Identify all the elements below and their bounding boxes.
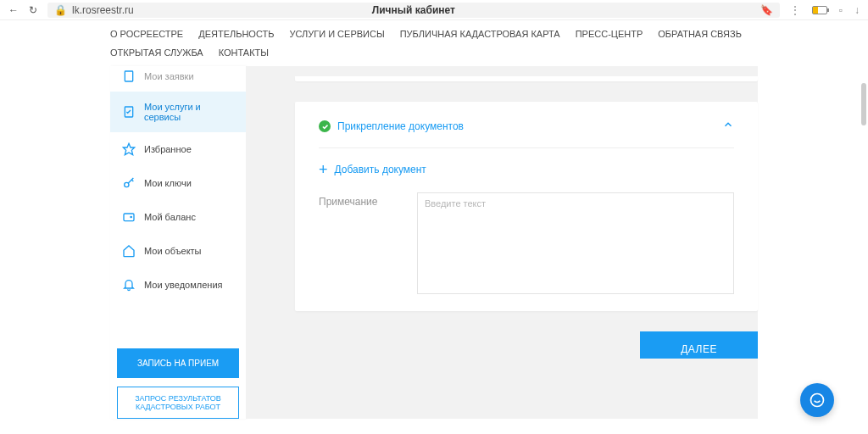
- note-label: Примечание: [319, 192, 403, 208]
- documents-panel: Прикрепление документов + Добавить докум…: [295, 102, 758, 311]
- nav-map[interactable]: ПУБЛИЧНАЯ КАДАСТРОВАЯ КАРТА: [400, 29, 560, 39]
- chat-button[interactable]: [800, 383, 834, 417]
- sidebar-item-label: Мои объекты: [144, 246, 202, 256]
- sidebar-item-keys[interactable]: Мои ключи: [110, 166, 246, 200]
- sidebar-item-requests[interactable]: Мои заявки: [110, 66, 246, 92]
- browser-toolbar: ← ↻ 🔒 lk.rosreestr.ru Личный кабинет 🔖 ⋮…: [0, 0, 868, 20]
- nav-feedback[interactable]: ОБРАТНАЯ СВЯЗЬ: [658, 29, 742, 39]
- scrollbar[interactable]: [861, 66, 866, 419]
- content-area: Прикрепление документов + Добавить докум…: [295, 66, 758, 419]
- add-document-label: Добавить документ: [335, 164, 426, 175]
- svg-point-3: [125, 182, 129, 186]
- svg-rect-4: [124, 214, 134, 221]
- services-icon: [122, 105, 136, 119]
- menu-dots-icon[interactable]: ⋮: [790, 4, 800, 16]
- nav-about[interactable]: О РОСРЕЕСТРЕ: [110, 29, 183, 39]
- panel-title-text: Прикрепление документов: [337, 120, 464, 132]
- back-icon[interactable]: ←: [8, 4, 19, 16]
- request-results-button[interactable]: ЗАПРОС РЕЗУЛЬТАТОВ КАДАСТРОВЫХ РАБОТ: [117, 387, 239, 419]
- sidebar-item-label: Мой баланс: [144, 212, 196, 222]
- lock-icon: 🔒: [54, 4, 67, 16]
- panel-header[interactable]: Прикрепление документов: [319, 119, 734, 148]
- plus-icon: +: [319, 162, 328, 177]
- sidebar-item-favorites[interactable]: Избранное: [110, 132, 246, 166]
- appointment-button[interactable]: ЗАПИСЬ НА ПРИЕМ: [117, 348, 239, 378]
- battery-icon: [812, 6, 827, 14]
- nav-contacts[interactable]: КОНТАКТЫ: [219, 47, 269, 58]
- sidebar-item-label: Мои ключи: [144, 178, 192, 188]
- sidebar-item-label: Избранное: [144, 144, 192, 154]
- sidebar: Мои заявки Мои услуги и сервисы Избранно…: [110, 66, 246, 419]
- extension-icon[interactable]: ▫: [839, 4, 843, 16]
- download-icon[interactable]: ↓: [854, 4, 860, 16]
- nav-services[interactable]: УСЛУГИ И СЕРВИСЫ: [289, 29, 384, 39]
- svg-rect-0: [125, 71, 132, 81]
- reload-icon[interactable]: ↻: [29, 4, 37, 16]
- nav-activity[interactable]: ДЕЯТЕЛЬНОСТЬ: [198, 29, 274, 39]
- scrollbar-thumb[interactable]: [861, 83, 866, 125]
- svg-point-5: [131, 216, 131, 217]
- nav-press[interactable]: ПРЕСС-ЦЕНТР: [576, 29, 643, 39]
- sidebar-item-notifications[interactable]: Мои уведомления: [110, 268, 246, 302]
- url-text: lk.rosreestr.ru: [72, 4, 134, 16]
- sidebar-item-balance[interactable]: Мой баланс: [110, 200, 246, 234]
- svg-marker-2: [123, 143, 134, 154]
- next-button[interactable]: ДАЛЕЕ: [640, 331, 758, 359]
- sidebar-item-objects[interactable]: Мои объекты: [110, 234, 246, 268]
- main-navigation: О РОСРЕЕСТРЕ ДЕЯТЕЛЬНОСТЬ УСЛУГИ И СЕРВИ…: [0, 20, 868, 66]
- page-title: Личный кабинет: [372, 4, 455, 16]
- document-icon: [122, 70, 136, 83]
- add-document-button[interactable]: + Добавить документ: [319, 148, 734, 192]
- home-icon: [122, 244, 136, 258]
- bell-icon: [122, 278, 136, 292]
- url-bar[interactable]: 🔒 lk.rosreestr.ru Личный кабинет 🔖: [47, 3, 780, 18]
- bookmark-icon[interactable]: 🔖: [760, 4, 773, 16]
- star-icon: [122, 142, 136, 156]
- nav-open-service[interactable]: ОТКРЫТАЯ СЛУЖБА: [110, 47, 203, 58]
- key-icon: [122, 176, 136, 190]
- sidebar-item-label: Мои уведомления: [144, 280, 223, 290]
- sidebar-item-services[interactable]: Мои услуги и сервисы: [110, 92, 246, 132]
- sidebar-item-label: Мои услуги и сервисы: [144, 102, 234, 122]
- note-textarea[interactable]: [417, 192, 734, 294]
- wallet-icon: [122, 210, 136, 224]
- sidebar-item-label: Мои заявки: [144, 71, 194, 81]
- check-icon: [319, 120, 331, 132]
- svg-point-6: [811, 394, 824, 407]
- chevron-up-icon[interactable]: [722, 119, 734, 134]
- previous-panel-edge: [295, 76, 758, 81]
